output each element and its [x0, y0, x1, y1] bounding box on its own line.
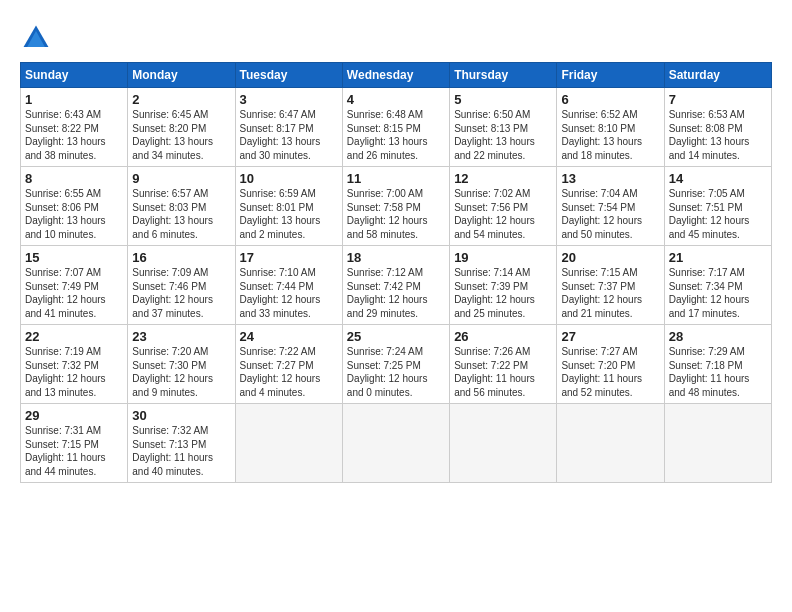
day-info: Sunrise: 7:04 AM Sunset: 7:54 PM Dayligh… [561, 187, 659, 241]
week-row: 29Sunrise: 7:31 AM Sunset: 7:15 PM Dayli… [21, 404, 772, 483]
day-cell: 7Sunrise: 6:53 AM Sunset: 8:08 PM Daylig… [664, 88, 771, 167]
day-info: Sunrise: 7:10 AM Sunset: 7:44 PM Dayligh… [240, 266, 338, 320]
day-info: Sunrise: 6:50 AM Sunset: 8:13 PM Dayligh… [454, 108, 552, 162]
day-info: Sunrise: 6:57 AM Sunset: 8:03 PM Dayligh… [132, 187, 230, 241]
day-info: Sunrise: 6:43 AM Sunset: 8:22 PM Dayligh… [25, 108, 123, 162]
day-number: 22 [25, 329, 123, 344]
day-cell: 12Sunrise: 7:02 AM Sunset: 7:56 PM Dayli… [450, 167, 557, 246]
day-info: Sunrise: 7:20 AM Sunset: 7:30 PM Dayligh… [132, 345, 230, 399]
day-cell: 14Sunrise: 7:05 AM Sunset: 7:51 PM Dayli… [664, 167, 771, 246]
day-cell: 6Sunrise: 6:52 AM Sunset: 8:10 PM Daylig… [557, 88, 664, 167]
logo-icon [20, 22, 52, 54]
header-row: SundayMondayTuesdayWednesdayThursdayFrid… [21, 63, 772, 88]
header [20, 18, 772, 54]
day-number: 13 [561, 171, 659, 186]
day-info: Sunrise: 7:00 AM Sunset: 7:58 PM Dayligh… [347, 187, 445, 241]
day-info: Sunrise: 7:14 AM Sunset: 7:39 PM Dayligh… [454, 266, 552, 320]
day-info: Sunrise: 7:29 AM Sunset: 7:18 PM Dayligh… [669, 345, 767, 399]
day-number: 28 [669, 329, 767, 344]
day-info: Sunrise: 6:48 AM Sunset: 8:15 PM Dayligh… [347, 108, 445, 162]
day-cell: 1Sunrise: 6:43 AM Sunset: 8:22 PM Daylig… [21, 88, 128, 167]
day-number: 25 [347, 329, 445, 344]
week-row: 8Sunrise: 6:55 AM Sunset: 8:06 PM Daylig… [21, 167, 772, 246]
day-cell [235, 404, 342, 483]
day-info: Sunrise: 6:45 AM Sunset: 8:20 PM Dayligh… [132, 108, 230, 162]
day-info: Sunrise: 7:19 AM Sunset: 7:32 PM Dayligh… [25, 345, 123, 399]
day-cell [557, 404, 664, 483]
day-cell: 10Sunrise: 6:59 AM Sunset: 8:01 PM Dayli… [235, 167, 342, 246]
day-cell: 23Sunrise: 7:20 AM Sunset: 7:30 PM Dayli… [128, 325, 235, 404]
day-cell: 3Sunrise: 6:47 AM Sunset: 8:17 PM Daylig… [235, 88, 342, 167]
week-row: 15Sunrise: 7:07 AM Sunset: 7:49 PM Dayli… [21, 246, 772, 325]
header-day: Sunday [21, 63, 128, 88]
day-info: Sunrise: 7:27 AM Sunset: 7:20 PM Dayligh… [561, 345, 659, 399]
day-cell: 5Sunrise: 6:50 AM Sunset: 8:13 PM Daylig… [450, 88, 557, 167]
day-cell [342, 404, 449, 483]
day-cell: 28Sunrise: 7:29 AM Sunset: 7:18 PM Dayli… [664, 325, 771, 404]
day-number: 2 [132, 92, 230, 107]
logo [20, 22, 56, 54]
day-number: 29 [25, 408, 123, 423]
header-day: Wednesday [342, 63, 449, 88]
day-cell: 27Sunrise: 7:27 AM Sunset: 7:20 PM Dayli… [557, 325, 664, 404]
page: SundayMondayTuesdayWednesdayThursdayFrid… [0, 0, 792, 493]
day-info: Sunrise: 7:05 AM Sunset: 7:51 PM Dayligh… [669, 187, 767, 241]
header-day: Tuesday [235, 63, 342, 88]
day-number: 15 [25, 250, 123, 265]
day-number: 8 [25, 171, 123, 186]
day-cell: 8Sunrise: 6:55 AM Sunset: 8:06 PM Daylig… [21, 167, 128, 246]
day-number: 3 [240, 92, 338, 107]
day-info: Sunrise: 6:52 AM Sunset: 8:10 PM Dayligh… [561, 108, 659, 162]
day-cell: 21Sunrise: 7:17 AM Sunset: 7:34 PM Dayli… [664, 246, 771, 325]
day-number: 5 [454, 92, 552, 107]
day-number: 26 [454, 329, 552, 344]
day-info: Sunrise: 7:31 AM Sunset: 7:15 PM Dayligh… [25, 424, 123, 478]
header-day: Monday [128, 63, 235, 88]
day-cell: 4Sunrise: 6:48 AM Sunset: 8:15 PM Daylig… [342, 88, 449, 167]
day-cell: 18Sunrise: 7:12 AM Sunset: 7:42 PM Dayli… [342, 246, 449, 325]
day-cell [450, 404, 557, 483]
day-number: 27 [561, 329, 659, 344]
day-number: 17 [240, 250, 338, 265]
day-info: Sunrise: 7:15 AM Sunset: 7:37 PM Dayligh… [561, 266, 659, 320]
day-number: 19 [454, 250, 552, 265]
header-day: Friday [557, 63, 664, 88]
day-info: Sunrise: 7:07 AM Sunset: 7:49 PM Dayligh… [25, 266, 123, 320]
day-number: 30 [132, 408, 230, 423]
day-number: 4 [347, 92, 445, 107]
day-cell: 24Sunrise: 7:22 AM Sunset: 7:27 PM Dayli… [235, 325, 342, 404]
day-number: 14 [669, 171, 767, 186]
day-cell: 17Sunrise: 7:10 AM Sunset: 7:44 PM Dayli… [235, 246, 342, 325]
day-cell: 19Sunrise: 7:14 AM Sunset: 7:39 PM Dayli… [450, 246, 557, 325]
day-number: 23 [132, 329, 230, 344]
day-cell: 2Sunrise: 6:45 AM Sunset: 8:20 PM Daylig… [128, 88, 235, 167]
day-cell: 15Sunrise: 7:07 AM Sunset: 7:49 PM Dayli… [21, 246, 128, 325]
day-cell: 25Sunrise: 7:24 AM Sunset: 7:25 PM Dayli… [342, 325, 449, 404]
header-day: Saturday [664, 63, 771, 88]
day-info: Sunrise: 6:59 AM Sunset: 8:01 PM Dayligh… [240, 187, 338, 241]
day-info: Sunrise: 6:47 AM Sunset: 8:17 PM Dayligh… [240, 108, 338, 162]
day-number: 10 [240, 171, 338, 186]
day-info: Sunrise: 7:02 AM Sunset: 7:56 PM Dayligh… [454, 187, 552, 241]
day-cell: 9Sunrise: 6:57 AM Sunset: 8:03 PM Daylig… [128, 167, 235, 246]
day-number: 16 [132, 250, 230, 265]
day-info: Sunrise: 7:32 AM Sunset: 7:13 PM Dayligh… [132, 424, 230, 478]
day-number: 9 [132, 171, 230, 186]
day-number: 18 [347, 250, 445, 265]
day-info: Sunrise: 6:55 AM Sunset: 8:06 PM Dayligh… [25, 187, 123, 241]
day-number: 21 [669, 250, 767, 265]
header-day: Thursday [450, 63, 557, 88]
day-info: Sunrise: 7:17 AM Sunset: 7:34 PM Dayligh… [669, 266, 767, 320]
day-cell: 26Sunrise: 7:26 AM Sunset: 7:22 PM Dayli… [450, 325, 557, 404]
day-number: 7 [669, 92, 767, 107]
day-cell: 30Sunrise: 7:32 AM Sunset: 7:13 PM Dayli… [128, 404, 235, 483]
day-info: Sunrise: 7:22 AM Sunset: 7:27 PM Dayligh… [240, 345, 338, 399]
day-number: 11 [347, 171, 445, 186]
day-cell: 20Sunrise: 7:15 AM Sunset: 7:37 PM Dayli… [557, 246, 664, 325]
calendar-table: SundayMondayTuesdayWednesdayThursdayFrid… [20, 62, 772, 483]
day-cell: 29Sunrise: 7:31 AM Sunset: 7:15 PM Dayli… [21, 404, 128, 483]
week-row: 1Sunrise: 6:43 AM Sunset: 8:22 PM Daylig… [21, 88, 772, 167]
day-info: Sunrise: 6:53 AM Sunset: 8:08 PM Dayligh… [669, 108, 767, 162]
day-cell: 22Sunrise: 7:19 AM Sunset: 7:32 PM Dayli… [21, 325, 128, 404]
day-number: 12 [454, 171, 552, 186]
